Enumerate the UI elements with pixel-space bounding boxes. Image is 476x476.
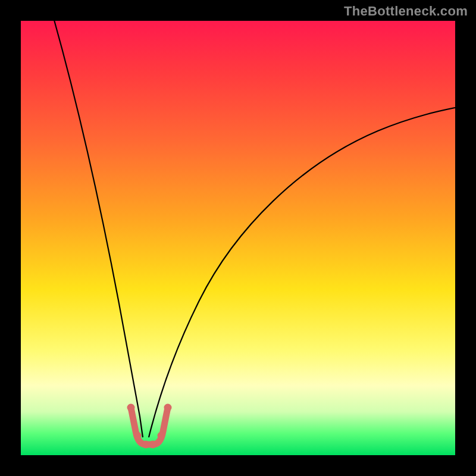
svg-point-0 [127, 404, 135, 412]
left-branch-path [54, 18, 143, 437]
minimum-marker [127, 404, 172, 449]
right-branch-path [149, 107, 458, 437]
svg-point-5 [158, 432, 165, 440]
chart-frame: TheBottleneck.com [0, 0, 476, 476]
chart-svg [21, 21, 455, 455]
svg-point-3 [149, 441, 157, 449]
svg-point-4 [134, 432, 142, 440]
plot-area [21, 21, 455, 455]
svg-point-1 [164, 404, 172, 412]
svg-point-2 [142, 441, 150, 449]
watermark-text: TheBottleneck.com [344, 4, 468, 19]
